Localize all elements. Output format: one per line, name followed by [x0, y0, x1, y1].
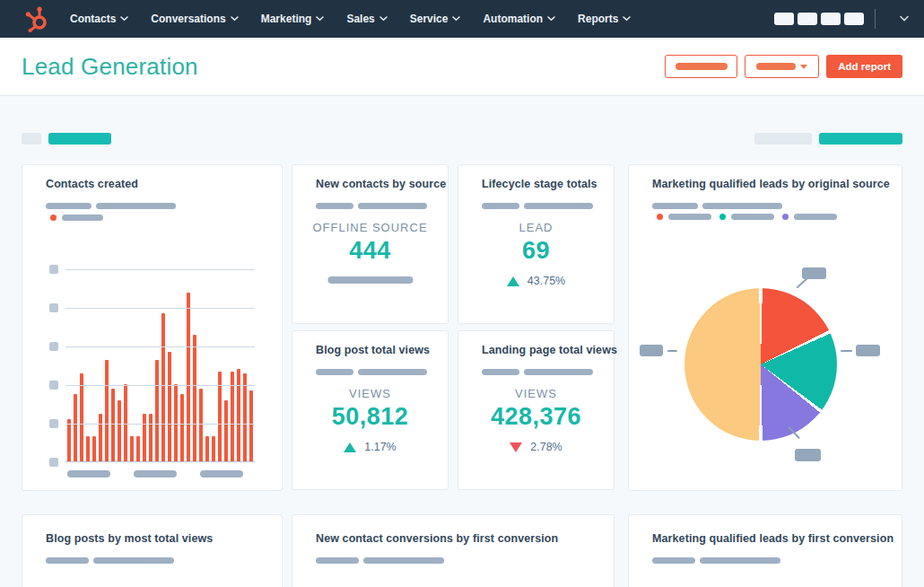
chevron-down-icon — [231, 16, 239, 22]
report-title[interactable]: Lifecycle stage totals — [482, 178, 597, 190]
legend-label-placeholder — [62, 215, 103, 221]
placeholder-pill — [652, 557, 695, 564]
filter-chip-active-placeholder[interactable] — [819, 133, 902, 145]
gridline — [65, 308, 255, 309]
report-meta-placeholder — [482, 369, 593, 375]
y-tick-label-placeholder — [49, 265, 58, 274]
nav-item-sales[interactable]: Sales — [346, 13, 387, 25]
kpi-label: VIEWS — [458, 387, 614, 400]
filter-chip-placeholder[interactable] — [22, 133, 41, 145]
chevron-down-icon — [452, 16, 460, 22]
bar-chart-plot — [65, 269, 255, 462]
legend-dot — [657, 214, 663, 220]
bar — [249, 390, 253, 461]
filter-chip-active-placeholder[interactable] — [48, 133, 111, 145]
hubspot-logo[interactable] — [23, 4, 54, 33]
nav-action-placeholder[interactable] — [844, 13, 864, 25]
kpi-delta: 2.78% — [458, 441, 614, 453]
report-title[interactable]: Marketing qualified leads by original so… — [652, 178, 890, 190]
placeholder-pill — [482, 203, 519, 209]
pie-slice-label-placeholder — [795, 449, 821, 461]
bar — [168, 352, 171, 461]
pie-slice-label-placeholder — [640, 345, 663, 356]
bar — [155, 360, 159, 461]
nav-item-label: Marketing — [261, 13, 312, 25]
dashboard-secondary-button[interactable] — [665, 55, 737, 78]
legend-dot — [782, 214, 789, 220]
card-mql-by-original-source: Marketing qualified leads by original so… — [628, 164, 902, 491]
legend-label-placeholder — [794, 214, 837, 220]
report-title[interactable]: Marketing qualified leads by first conve… — [652, 532, 893, 545]
nav-item-contacts[interactable]: Contacts — [70, 13, 128, 25]
placeholder-pill — [702, 203, 782, 209]
dashboard-dropdown-button[interactable] — [745, 55, 819, 78]
bar — [99, 414, 102, 461]
report-meta-placeholder — [46, 203, 176, 209]
report-title[interactable]: New contacts by source — [316, 178, 446, 190]
legend-dot-contacts — [50, 215, 57, 221]
nav-actions — [774, 13, 864, 25]
kpi-footer-placeholder — [327, 276, 413, 284]
nav-item-label: Conversations — [151, 13, 225, 25]
placeholder-pill — [96, 203, 176, 209]
bar — [67, 419, 71, 461]
bar — [212, 436, 215, 461]
report-meta-placeholder — [652, 203, 782, 209]
pie-legend-item — [719, 214, 774, 220]
y-tick-label-placeholder — [49, 381, 58, 390]
report-title[interactable]: Contacts created — [46, 178, 138, 190]
card-new-contact-conversions: New contact conversions by first convers… — [292, 514, 615, 587]
chevron-down-icon — [120, 16, 128, 22]
nav-item-label: Contacts — [70, 13, 116, 25]
kpi-value: 50,812 — [292, 403, 448, 431]
bar — [136, 436, 140, 461]
y-tick-label-placeholder — [49, 303, 58, 312]
report-meta-placeholder — [46, 557, 174, 564]
bar-chart-legend — [50, 215, 103, 221]
chevron-down-icon — [623, 16, 631, 22]
page-title: Lead Generation — [22, 53, 198, 81]
report-title[interactable]: Blog posts by most total views — [46, 532, 213, 545]
placeholder-pill — [524, 203, 593, 209]
x-axis-line — [65, 461, 255, 462]
report-title[interactable]: Landing page total views — [482, 344, 617, 356]
delta-value: 43.75% — [527, 275, 565, 287]
y-tick-label-placeholder — [49, 458, 58, 467]
nav-item-reports[interactable]: Reports — [578, 13, 631, 25]
delta-direction-icon — [510, 442, 522, 452]
nav-action-placeholder[interactable] — [798, 13, 817, 25]
report-title[interactable]: New contact conversions by first convers… — [316, 532, 558, 545]
card-new-contacts-by-source: New contacts by source OFFLINE SOURCE 44… — [292, 164, 449, 324]
bar — [80, 373, 83, 461]
report-meta-placeholder — [316, 557, 444, 564]
nav-item-conversations[interactable]: Conversations — [151, 13, 238, 25]
bar — [237, 369, 240, 461]
report-title[interactable]: Blog post total views — [316, 344, 430, 356]
card-mql-by-first-conversion: Marketing qualified leads by first conve… — [628, 514, 902, 587]
top-nav: ContactsConversationsMarketingSalesServi… — [0, 0, 924, 38]
nav-action-placeholder[interactable] — [821, 13, 841, 25]
nav-item-automation[interactable]: Automation — [483, 13, 555, 25]
placeholder-pill — [700, 557, 780, 564]
legend-label-placeholder — [731, 214, 774, 220]
delta-direction-icon — [507, 276, 519, 286]
bar — [105, 360, 109, 461]
hubspot-sprocket-icon — [23, 4, 54, 33]
bar — [199, 389, 203, 461]
nav-item-marketing[interactable]: Marketing — [261, 13, 325, 25]
bar — [124, 384, 127, 461]
placeholder-pill — [46, 203, 92, 209]
placeholder-pill — [524, 369, 593, 375]
y-tick-label-placeholder — [49, 342, 58, 351]
bar — [205, 436, 209, 461]
report-meta-placeholder — [316, 203, 427, 209]
nav-item-service[interactable]: Service — [410, 13, 461, 25]
bar — [111, 389, 115, 461]
report-meta-placeholder — [482, 203, 593, 209]
account-chevron-down-icon[interactable] — [899, 15, 910, 22]
add-report-button[interactable]: Add report — [826, 55, 902, 78]
filter-chip-placeholder[interactable] — [754, 133, 812, 145]
nav-action-placeholder[interactable] — [774, 13, 794, 25]
kpi-label: VIEWS — [292, 387, 448, 400]
button-label-placeholder — [676, 63, 728, 70]
